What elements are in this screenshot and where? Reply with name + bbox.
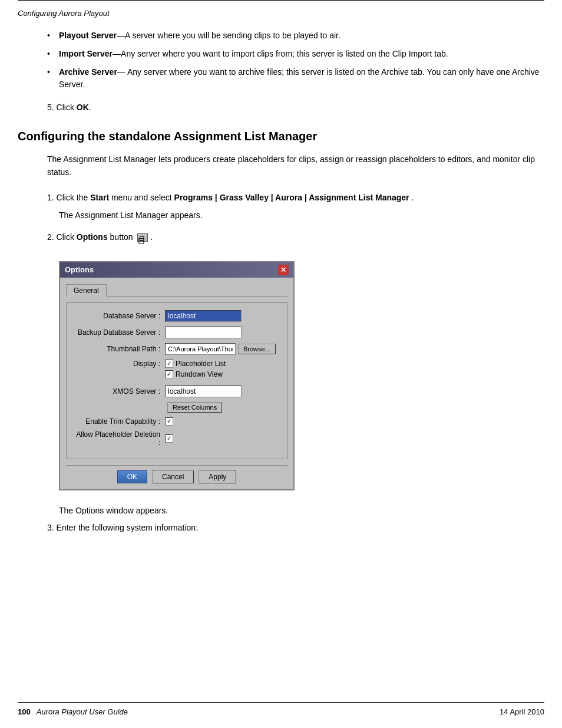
page-footer: 100 Aurora Playout User Guide 14 April 2… (18, 702, 544, 716)
step1-text: Click the (57, 193, 91, 202)
bullet-playout-server: Playout Server—A server where you will b… (47, 29, 544, 42)
bullet-list: Playout Server—A server where you will b… (47, 29, 544, 91)
browse-button[interactable]: Browse... (238, 344, 276, 354)
bullet-text-3: — Any server where you want to archive f… (59, 67, 540, 89)
trim-capability-checkbox[interactable]: ✓ (165, 417, 173, 426)
dialog-close-button[interactable]: ✕ (278, 265, 289, 275)
options-button-icon: ⊟ (137, 233, 148, 242)
step2-suffix: button (110, 232, 135, 242)
placeholder-list-label: Placeholder List (176, 360, 226, 368)
bullet-term-3: Archive Server (59, 67, 117, 77)
backup-db-server-input[interactable] (165, 327, 242, 338)
step-1: 1. Click the Start menu and select Progr… (47, 191, 544, 222)
database-server-input[interactable] (165, 310, 242, 322)
reset-columns-button[interactable]: Reset Columns (167, 402, 222, 413)
footer-page-number: 100 (18, 707, 31, 716)
top-rule (18, 0, 544, 5)
step2-bold: Options (77, 232, 108, 242)
step1-num: 1. (47, 193, 57, 202)
display-row: Display : ✓ Placeholder List ✓ Rundown V… (74, 360, 280, 381)
tab-general[interactable]: General (66, 284, 107, 297)
display-label: Display : (74, 360, 165, 368)
step-3: 3. Enter the following system informatio… (47, 521, 544, 534)
step3-text: Enter the following system information: (57, 523, 198, 532)
xmos-server-input[interactable] (165, 386, 242, 397)
step1-suffix: . (411, 193, 414, 202)
rundown-view-label: Rundown View (176, 370, 223, 378)
dialog-wrapper: Options ✕ General Database Server : (59, 261, 295, 490)
step5-suffix: . (89, 103, 91, 112)
display-checkboxes: ✓ Placeholder List ✓ Rundown View (165, 360, 226, 381)
section-intro: The Assignment List Manager lets produce… (47, 153, 544, 179)
rundown-view-checkbox[interactable]: ✓ (165, 370, 173, 378)
bullet-text-1: —A server where you will be sending clip… (117, 31, 340, 40)
step2-period: . (150, 232, 153, 242)
step1-bold1: Start (90, 193, 109, 202)
steps-container: 1. Click the Start menu and select Progr… (47, 191, 544, 535)
step5-text: Click (57, 103, 77, 112)
trim-capability-row: Enable Trim Capability : ✓ (74, 417, 280, 426)
step1-note: The Assignment List Manager appears. (59, 209, 544, 222)
backup-db-server-row: Backup Database Server : (74, 327, 280, 338)
apply-button[interactable]: Apply (199, 470, 236, 483)
placeholder-deletion-row: Allow Placeholder Deletion : ✓ (74, 430, 280, 447)
dialog-footer: OK Cancel Apply (66, 465, 287, 483)
trim-capability-label: Enable Trim Capability : (74, 417, 165, 426)
options-dialog: Options ✕ General Database Server : (59, 261, 295, 490)
step-2: 2. Click Options button ⊟ . (47, 230, 544, 243)
main-content: Playout Server—A server where you will b… (47, 29, 544, 534)
section-heading: Configuring the standalone Assignment Li… (18, 130, 544, 143)
dialog-body: General Database Server : Backup Databas… (60, 278, 293, 489)
bullet-import-server: Import Server—Any server where you want … (47, 48, 544, 60)
footer-left: 100 Aurora Playout User Guide (18, 707, 128, 716)
xmos-server-row: XMOS Server : (74, 386, 280, 397)
bullet-text-2: —Any server where you want to import cli… (113, 49, 448, 58)
step1-bold2: Programs | Grass Valley | Aurora | Assig… (174, 193, 409, 202)
placeholder-list-row: ✓ Placeholder List (165, 360, 226, 368)
dialog-titlebar: Options ✕ (60, 262, 293, 278)
step-5: 5. Click OK. (47, 103, 544, 112)
step3-num: 3. (47, 523, 57, 532)
placeholder-deletion-checkbox[interactable]: ✓ (165, 434, 173, 443)
cancel-button[interactable]: Cancel (152, 470, 194, 483)
backup-db-server-label: Backup Database Server : (74, 328, 165, 337)
thumbnail-path-label: Thumbnail Path : (74, 345, 165, 353)
thumbnail-path-input[interactable] (165, 343, 236, 355)
placeholder-list-checkbox[interactable]: ✓ (165, 360, 173, 368)
step1-mid: menu and select (111, 193, 174, 202)
step2-num: 2. Click (47, 232, 77, 242)
xmos-server-label: XMOS Server : (74, 387, 165, 396)
page-container: Configuring Aurora Playout Playout Serve… (0, 0, 562, 728)
footer-date: 14 April 2010 (500, 707, 544, 716)
tab-bar: General (66, 284, 287, 297)
database-server-row: Database Server : (74, 310, 280, 322)
reset-columns-container: Reset Columns (165, 402, 280, 413)
options-window-note: The Options window appears. (59, 506, 544, 515)
dialog-inner: Database Server : Backup Database Server… (66, 302, 287, 459)
thumbnail-path-row: Thumbnail Path : Browse... (74, 343, 280, 355)
dialog-title: Options (65, 265, 94, 274)
database-server-label: Database Server : (74, 312, 165, 320)
step5-bold: OK (77, 103, 89, 112)
header-title: Configuring Aurora Playout (18, 5, 544, 29)
bullet-archive-server: Archive Server— Any server where you wan… (47, 66, 544, 91)
rundown-view-row: ✓ Rundown View (165, 370, 226, 378)
bullet-term-1: Playout Server (59, 31, 117, 40)
footer-doc-title: Aurora Playout User Guide (37, 707, 128, 716)
placeholder-deletion-label: Allow Placeholder Deletion : (74, 430, 165, 447)
bullet-term-2: Import Server (59, 49, 113, 58)
ok-button[interactable]: OK (117, 470, 147, 483)
